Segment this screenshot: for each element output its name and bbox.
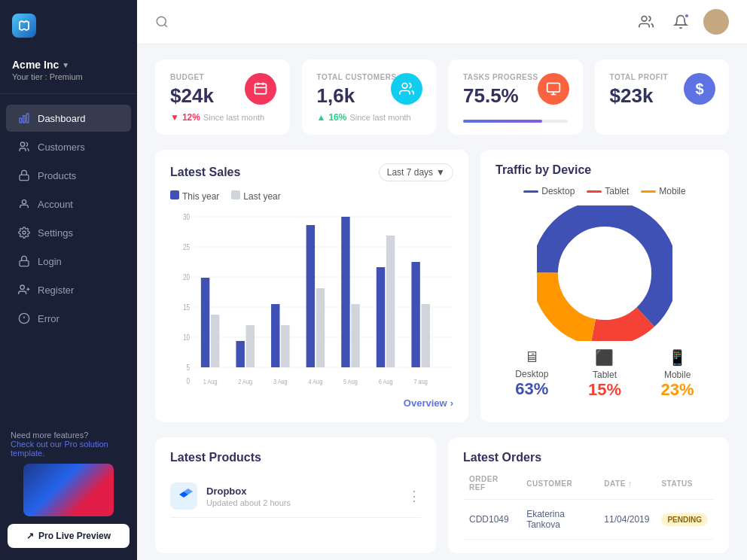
bar [351,304,359,367]
chart-title: Traffic by Device [495,163,591,177]
order-ref: CDD1049 [463,500,520,540]
login-lock-icon [18,255,30,267]
col-order-ref: ORDER REF [463,475,520,500]
sidebar-item-label: Dashboard [38,113,86,124]
svg-point-8 [20,285,24,289]
svg-rect-18 [547,84,559,93]
device-stats: 🖥 Desktop 63% ⬛ Tablet 15% 📱 Mobile 23% [495,348,714,400]
user-avatar[interactable] [703,9,729,35]
charts-row: Latest Sales Last 7 days ▼ This year Las… [155,150,729,422]
svg-rect-1 [23,116,26,123]
svg-text:6 Aug: 6 Aug [379,378,393,385]
sidebar-item-login[interactable]: Login [6,248,131,275]
donut-chart-svg [537,205,672,341]
sidebar-logo [0,0,137,51]
arrow-right-icon: › [450,397,453,409]
gear-icon [18,227,30,239]
sidebar-account[interactable]: Acme Inc ▼ Your tier : Premium [0,51,137,94]
pro-live-preview-button[interactable]: ↗ Pro Live Preview [8,524,130,548]
product-info: Dropbox Updated about 2 hours [206,485,291,507]
svg-point-17 [402,84,407,89]
sidebar-item-dashboard[interactable]: Dashboard [6,105,131,132]
bar-chart-legend: This year Last year [170,190,453,202]
sidebar-item-account[interactable]: Account [6,190,131,218]
svg-text:5: 5 [187,364,191,372]
user-plus-icon [18,284,30,296]
sidebar-promo-image [0,464,137,524]
customers-icon [391,73,422,105]
svg-text:1 Aug: 1 Aug [203,378,218,385]
chart-header: Traffic by Device [495,163,714,177]
sidebar: Acme Inc ▼ Your tier : Premium Dashboard… [0,0,137,560]
svg-text:7 aug: 7 aug [413,378,428,385]
latest-sales-card: Latest Sales Last 7 days ▼ This year Las… [155,150,468,422]
sidebar-item-label: Login [38,256,62,267]
lock-icon [18,169,30,181]
account-name: Acme Inc ▼ [12,59,125,71]
product-more-button[interactable]: ⋮ [407,488,421,504]
donut-chart-wrap [495,205,714,341]
bar [411,262,419,367]
col-date: DATE ↑ [598,475,655,500]
sidebar-item-register[interactable]: Register [6,276,131,303]
bottom-row: Latest Products Dropbox Updated about 2 … [155,437,729,553]
search-box[interactable] [155,15,169,29]
svg-point-5 [22,200,26,204]
bar [201,278,209,367]
profit-icon: $ [684,73,715,105]
svg-rect-2 [26,114,29,123]
bar [281,325,289,367]
progress-bar [463,120,568,123]
stat-card-profit: TOTAL PROFIT $23k $ [595,59,730,135]
stats-grid: BUDGET $24k ▼ 12% Since last month TOTAL… [155,59,729,135]
svg-text:3 Aug: 3 Aug [273,378,288,385]
topbar-icons [634,9,729,35]
bar [236,341,244,367]
svg-rect-7 [20,260,29,266]
bar [316,288,325,367]
dashboard-content: BUDGET $24k ▼ 12% Since last month TOTAL… [137,44,747,560]
promo-link[interactable]: Check out our Pro solution template. [11,440,108,458]
svg-point-3 [20,142,24,146]
svg-point-15 [642,17,647,22]
sidebar-item-products[interactable]: Products [6,162,131,189]
chart-filter-button[interactable]: Last 7 days ▼ [379,163,453,181]
progress-fill [463,120,542,123]
bar-chart: 30 25 20 15 10 5 0 [170,209,453,390]
latest-products-title: Latest Products [170,451,421,464]
sidebar-item-settings[interactable]: Settings [6,219,131,246]
customer-name: Ekaterina Tankova [520,500,598,540]
topbar [137,0,747,44]
arrow-up-icon: ▲ [317,112,326,123]
overview-link[interactable]: Overview › [170,397,453,409]
table-row: CDD1049 Ekaterina Tankova 11/04/2019 PEN… [463,500,714,540]
team-icon-button[interactable] [634,10,658,34]
mobile-icon: 📱 [661,348,694,367]
bar [306,225,315,367]
sidebar-item-customers[interactable]: Customers [6,133,131,160]
progress-bar-wrap [463,117,568,123]
legend-desktop: Desktop [523,186,575,196]
budget-icon [245,73,276,105]
chart-bar-icon [18,112,30,124]
bar [211,315,219,367]
sidebar-item-error[interactable]: Error [6,305,131,332]
svg-text:20: 20 [183,273,190,282]
svg-rect-0 [20,118,22,123]
svg-text:4 Aug: 4 Aug [309,378,323,385]
notifications-button[interactable] [669,10,693,34]
bar [377,267,385,367]
bar [246,325,255,367]
chart-header: Latest Sales Last 7 days ▼ [170,163,453,181]
sidebar-item-label: Customers [38,142,85,153]
donut-legend: Desktop Tablet Mobile [495,186,714,196]
main-content: BUDGET $24k ▼ 12% Since last month TOTAL… [137,0,747,560]
list-item: Dropbox Updated about 2 hours ⋮ [170,475,421,518]
legend-mobile: Mobile [641,186,685,196]
device-stat-mobile: 📱 Mobile 23% [661,348,694,400]
order-date: 11/04/2019 [598,500,655,540]
latest-products-card: Latest Products Dropbox Updated about 2 … [155,437,436,553]
device-stat-tablet: ⬛ Tablet 15% [588,348,621,400]
product-updated: Updated about 2 hours [206,498,291,507]
users-icon [18,141,30,153]
